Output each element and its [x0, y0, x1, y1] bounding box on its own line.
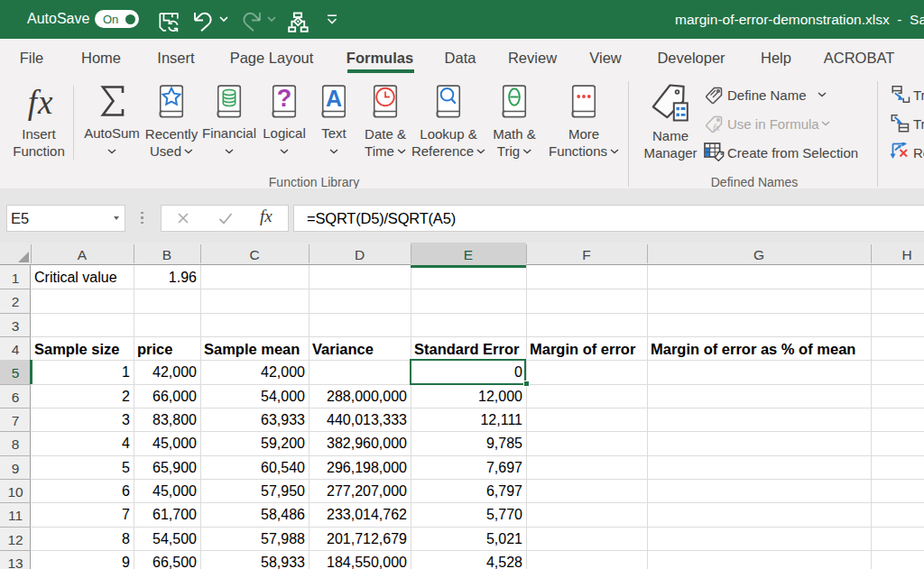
svg-text:A: A	[326, 86, 342, 111]
svg-text:fx: fx	[713, 122, 720, 133]
svg-text:?: ?	[277, 85, 292, 112]
